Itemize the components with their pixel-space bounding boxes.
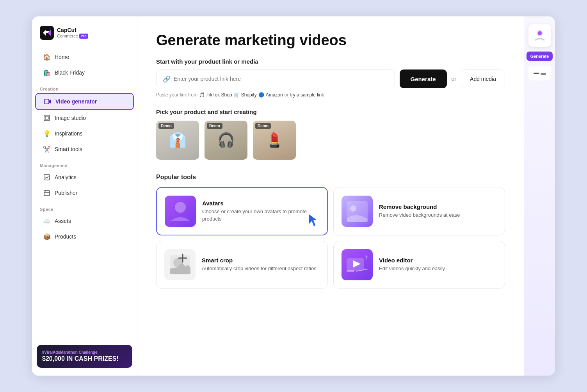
- svg-point-6: [175, 202, 186, 213]
- avatar-tool-info: Avatars Choose or create your own avatar…: [202, 200, 319, 222]
- right-panel: Generate: [524, 16, 555, 376]
- remove-bg-tool-name: Remove background: [379, 203, 497, 210]
- amazon-link[interactable]: Amazon: [266, 92, 283, 98]
- svg-rect-2: [44, 115, 50, 121]
- svg-rect-1: [44, 99, 49, 104]
- avatar-tool-desc: Choose or create your own avatars to pro…: [202, 208, 319, 222]
- image-studio-icon: [43, 114, 51, 122]
- sidebar-item-black-friday[interactable]: 🛍️ Black Friday: [35, 65, 134, 80]
- input-row: 🔗 Generate or Add media: [156, 69, 505, 88]
- right-panel-controls: [528, 66, 551, 80]
- smart-crop-icon-box: [164, 249, 196, 280]
- logo-area: CapCut Commerce Pro: [32, 26, 137, 49]
- tool-card-video-editor[interactable]: Video editor Edit videos quickly and eas…: [333, 241, 505, 289]
- input-section-title: Start with your product link or media: [156, 58, 505, 65]
- sidebar-nav: 🏠 Home 🛍️ Black Friday Creation Video ge…: [32, 49, 137, 339]
- link-icon: 🔗: [163, 75, 171, 83]
- add-media-button[interactable]: Add media: [461, 69, 505, 88]
- amazon-hint-logo: 🔵: [258, 92, 264, 98]
- tools-grid: ✨ Avatars Choose or create your own avat…: [156, 187, 505, 289]
- tiktok-shop-link[interactable]: TikTok Shop: [206, 92, 232, 98]
- logo-sub: Commerce Pro: [57, 34, 88, 39]
- smart-tools-icon: ✂️: [43, 145, 51, 153]
- remove-bg-tool-info: Remove background Remove video backgroun…: [379, 203, 497, 219]
- logo-text: CapCut Commerce Pro: [57, 27, 88, 39]
- tool-card-avatars[interactable]: ✨ Avatars Choose or create your own avat…: [156, 187, 328, 235]
- promo-hashtag: #ViralAdsMarathon Challenge: [42, 350, 127, 355]
- sidebar-item-smart-tools[interactable]: ✂️ Smart tools: [35, 141, 134, 157]
- avatar-tool-name: Avatars: [202, 200, 319, 207]
- management-section-label: Management: [32, 157, 137, 169]
- video-editor-tool-info: Video editor Edit videos quickly and eas…: [379, 257, 497, 272]
- sidebar: CapCut Commerce Pro 🏠 Home 🛍️ Black Frid…: [32, 16, 137, 376]
- shopify-link[interactable]: Shopify: [241, 92, 257, 98]
- inspirations-icon: 💡: [43, 130, 51, 137]
- tool-card-remove-bg[interactable]: ✨ Remove background Remove video backgro…: [333, 187, 505, 235]
- sidebar-item-assets[interactable]: ☁️ Assets: [35, 213, 134, 229]
- link-input-wrapper: 🔗: [156, 69, 395, 88]
- tiktok-hint-logo: 🎵: [199, 92, 205, 98]
- sidebar-item-image-studio[interactable]: Image studio: [35, 110, 134, 126]
- sidebar-item-inspirations[interactable]: 💡 Inspirations: [35, 126, 134, 141]
- smart-crop-tool-info: Smart crop Automatically crop videos for…: [202, 257, 320, 272]
- publisher-icon: [43, 189, 51, 197]
- svg-rect-4: [44, 175, 50, 180]
- demo-badge-makeup: Demo: [255, 123, 271, 129]
- product-link-input[interactable]: [174, 76, 388, 82]
- sidebar-item-video-generator[interactable]: Video generator: [35, 93, 134, 110]
- or-text: or: [452, 76, 456, 82]
- svg-rect-5: [44, 191, 50, 196]
- product-demos: Demo 👔 Demo 🎧 Demo 💄: [156, 121, 505, 160]
- demo-badge-shirt: Demo: [158, 123, 174, 129]
- smart-crop-tool-desc: Automatically crop videos for different …: [202, 265, 320, 272]
- paste-hint: Paste your link from 🎵 TikTok Shop 🛒 Sho…: [156, 92, 505, 98]
- logo-name: CapCut: [57, 27, 88, 34]
- products-icon: 📦: [43, 233, 51, 241]
- black-friday-icon: 🛍️: [43, 69, 51, 77]
- sample-link[interactable]: try a sample link: [290, 92, 324, 98]
- space-section-label: Space: [32, 201, 137, 213]
- pro-badge: Pro: [79, 34, 88, 39]
- assets-icon: ☁️: [43, 217, 51, 225]
- demo-card-headphones[interactable]: Demo 🎧: [205, 121, 247, 160]
- svg-point-18: [538, 31, 542, 35]
- demo-card-makeup[interactable]: Demo 💄: [253, 121, 296, 160]
- main-content: Generate marketing videos Start with you…: [137, 16, 524, 376]
- demo-badge-headphones: Demo: [207, 123, 222, 129]
- generate-button[interactable]: Generate: [400, 69, 447, 88]
- creation-section-label: Creation: [32, 80, 137, 93]
- video-editor-tool-name: Video editor: [379, 257, 497, 264]
- video-editor-icon-box: [342, 249, 373, 280]
- right-panel-generate-btn[interactable]: Generate: [527, 52, 553, 61]
- svg-rect-16: [347, 270, 354, 272]
- remove-bg-icon-box: ✨: [342, 196, 373, 227]
- right-panel-card: [528, 24, 551, 47]
- video-editor-tool-desc: Edit videos quickly and easily: [379, 265, 497, 272]
- promo-banner[interactable]: #ViralAdsMarathon Challenge $20,000 IN C…: [37, 345, 132, 368]
- demo-card-shirt[interactable]: Demo 👔: [156, 121, 199, 160]
- svg-rect-3: [45, 116, 48, 119]
- promo-amount: $20,000 IN CASH PRIZES!: [42, 355, 127, 362]
- popular-tools-title: Popular tools: [156, 174, 505, 181]
- capcut-logo-icon: [40, 26, 54, 40]
- page-title: Generate marketing videos: [156, 32, 505, 49]
- sidebar-item-products[interactable]: 📦 Products: [35, 229, 134, 244]
- remove-bg-tool-desc: Remove video backgrounds at ease: [379, 212, 497, 219]
- sidebar-item-publisher[interactable]: Publisher: [35, 185, 134, 201]
- pick-section-title: Pick your product and start creating: [156, 109, 505, 115]
- home-icon: 🏠: [43, 53, 51, 61]
- smart-crop-tool-name: Smart crop: [202, 257, 320, 264]
- sidebar-item-home[interactable]: 🏠 Home: [35, 49, 134, 65]
- avatar-icon-box: ✨: [165, 196, 196, 227]
- sidebar-item-analytics[interactable]: Analytics: [35, 169, 134, 185]
- video-generator-icon: [44, 98, 52, 105]
- svg-point-10: [350, 205, 356, 212]
- analytics-icon: [43, 173, 51, 181]
- tool-card-smart-crop[interactable]: Smart crop Automatically crop videos for…: [156, 241, 328, 289]
- shopify-hint-logo: 🛒: [234, 92, 240, 98]
